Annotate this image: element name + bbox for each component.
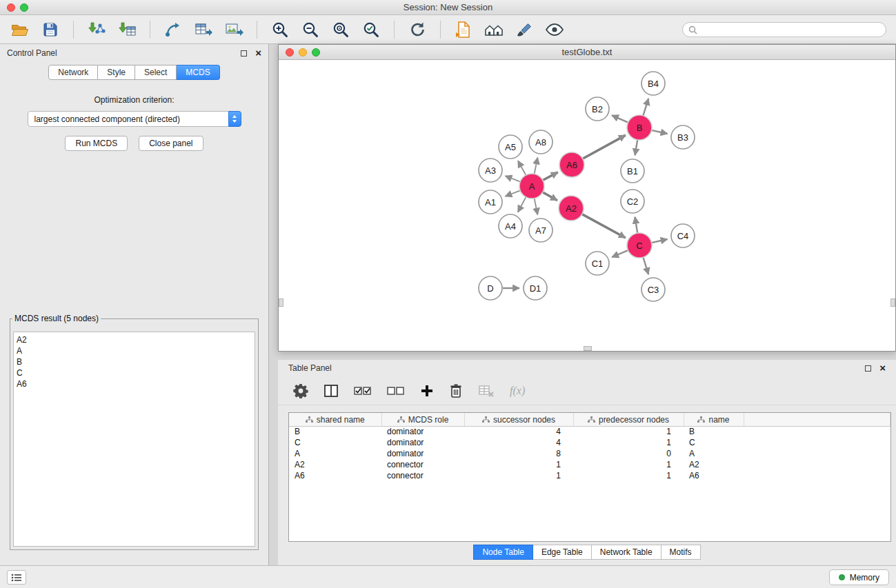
run-mcds-button[interactable]: Run MCDS xyxy=(65,136,128,151)
open-session-button[interactable] xyxy=(8,19,32,41)
table-cell[interactable]: 1 xyxy=(464,459,573,470)
save-session-button[interactable] xyxy=(39,19,62,41)
table-cell[interactable]: B xyxy=(684,426,744,437)
tab-style[interactable]: Style xyxy=(98,65,135,80)
node-C2[interactable]: C2 xyxy=(621,190,644,213)
float-panel-icon[interactable] xyxy=(241,50,247,57)
delete-table-button[interactable] xyxy=(478,384,495,398)
float-table-panel-icon[interactable] xyxy=(865,365,871,372)
tab-network-table[interactable]: Network Table xyxy=(592,545,661,560)
table-cell[interactable]: connector xyxy=(381,470,464,481)
table-cell[interactable]: 8 xyxy=(464,448,573,459)
mcds-result-item[interactable]: C xyxy=(17,367,255,378)
close-window-button[interactable] xyxy=(7,3,15,12)
tab-mcds[interactable]: MCDS xyxy=(177,65,219,80)
home-button[interactable] xyxy=(482,19,506,41)
edge-B-B4[interactable] xyxy=(643,99,648,116)
tab-node-table[interactable]: Node Table xyxy=(473,545,533,560)
table-cell[interactable]: dominator xyxy=(381,426,464,437)
node-C4[interactable]: C4 xyxy=(671,224,695,247)
edge-A-A7[interactable] xyxy=(535,199,538,215)
select-all-button[interactable] xyxy=(354,385,372,397)
deselect-all-button[interactable] xyxy=(387,385,405,397)
memory-button[interactable]: Memory xyxy=(829,569,889,585)
edge-A-A8[interactable] xyxy=(535,158,538,174)
tab-select[interactable]: Select xyxy=(135,65,177,80)
column-header-mcds-role[interactable]: MCDS role xyxy=(381,413,464,426)
zoom-network-window-button[interactable] xyxy=(312,48,320,57)
edge-B-B3[interactable] xyxy=(652,130,668,134)
zoom-selected-button[interactable] xyxy=(359,19,383,41)
node-A8[interactable]: A8 xyxy=(529,130,552,154)
node-B3[interactable]: B3 xyxy=(671,125,695,149)
node-A[interactable]: A xyxy=(519,174,544,199)
table-row[interactable]: Cdominator41C xyxy=(289,437,890,448)
open-document-button[interactable] xyxy=(452,19,475,41)
mcds-result-list[interactable]: A2ABCA6 xyxy=(13,332,255,547)
node-D1[interactable]: D1 xyxy=(524,276,547,300)
table-row[interactable]: A6connector11A6 xyxy=(289,470,890,481)
table-cell[interactable]: A2 xyxy=(289,459,381,470)
refresh-layout-button[interactable] xyxy=(406,19,429,41)
tab-motifs[interactable]: Motifs xyxy=(661,545,701,560)
close-network-window-button[interactable] xyxy=(286,48,294,57)
edge-A-A4[interactable] xyxy=(518,197,526,212)
zoom-fit-button[interactable] xyxy=(329,19,352,41)
mcds-result-item[interactable]: A2 xyxy=(17,334,255,345)
function-builder-button[interactable]: f(x) xyxy=(510,385,525,396)
resize-handle[interactable] xyxy=(584,346,592,351)
edge-B-B2[interactable] xyxy=(612,115,628,122)
mcds-result-item[interactable]: A6 xyxy=(17,378,255,389)
tab-edge-table[interactable]: Edge Table xyxy=(533,545,592,560)
search-input[interactable] xyxy=(682,22,886,37)
edge-C-C3[interactable] xyxy=(643,257,648,274)
table-cell[interactable]: A6 xyxy=(684,470,744,481)
export-table-button[interactable] xyxy=(192,19,215,41)
table-cell[interactable]: 1 xyxy=(573,470,684,481)
column-header-name[interactable]: name xyxy=(684,413,744,426)
node-B[interactable]: B xyxy=(627,115,652,140)
mcds-result-item[interactable]: B xyxy=(17,356,255,367)
table-cell[interactable]: 0 xyxy=(573,448,684,459)
table-cell[interactable]: 4 xyxy=(464,437,573,448)
edge-A6-B[interactable] xyxy=(583,135,626,159)
import-network-button[interactable] xyxy=(85,19,108,41)
edge-C-C1[interactable] xyxy=(612,250,628,257)
table-cell[interactable]: A2 xyxy=(684,459,744,470)
table-cell[interactable]: 1 xyxy=(573,437,684,448)
mcds-result-item[interactable]: A xyxy=(17,345,255,356)
table-row[interactable]: Bdominator41B xyxy=(289,426,890,437)
close-panel-icon[interactable]: × xyxy=(255,50,261,57)
edge-A2-C[interactable] xyxy=(582,214,626,238)
table-row[interactable]: A2connector11A2 xyxy=(289,459,890,470)
table-cell[interactable]: C xyxy=(289,437,381,448)
edge-B-B1[interactable] xyxy=(635,140,638,156)
zoom-window-button[interactable] xyxy=(20,3,28,12)
tab-network[interactable]: Network xyxy=(48,65,98,80)
delete-column-button[interactable] xyxy=(449,383,463,398)
import-table-button[interactable] xyxy=(115,19,139,41)
table-cell[interactable]: A6 xyxy=(289,470,381,481)
show-hide-button[interactable] xyxy=(543,19,566,41)
table-cell[interactable]: 1 xyxy=(573,459,684,470)
node-A7[interactable]: A7 xyxy=(529,219,552,242)
column-header-shared-name[interactable]: shared name xyxy=(289,413,381,426)
table-cell[interactable]: C xyxy=(684,437,744,448)
table-cell[interactable]: dominator xyxy=(381,437,464,448)
column-header-predecessor-nodes[interactable]: predecessor nodes xyxy=(573,413,684,426)
table-row[interactable]: Adominator80A xyxy=(289,448,890,459)
minimize-network-window-button[interactable] xyxy=(299,48,307,57)
network-canvas[interactable]: AA1A2A3A4A5A6A7A8BB1B2B3B4CC1C2C3C4DD1 xyxy=(279,60,895,351)
edge-A-A2[interactable] xyxy=(543,192,557,201)
node-A6[interactable]: A6 xyxy=(559,152,584,177)
close-panel-button[interactable]: Close panel xyxy=(139,136,203,151)
node-B1[interactable]: B1 xyxy=(621,159,644,183)
node-C[interactable]: C xyxy=(627,233,652,258)
task-history-button[interactable] xyxy=(7,570,26,585)
add-column-button[interactable] xyxy=(420,384,434,398)
edge-A-A6[interactable] xyxy=(543,172,558,181)
resize-handle[interactable] xyxy=(279,298,283,307)
edge-A-A1[interactable] xyxy=(505,190,520,196)
node-D[interactable]: D xyxy=(479,276,502,300)
table-cell[interactable]: 1 xyxy=(573,426,684,437)
